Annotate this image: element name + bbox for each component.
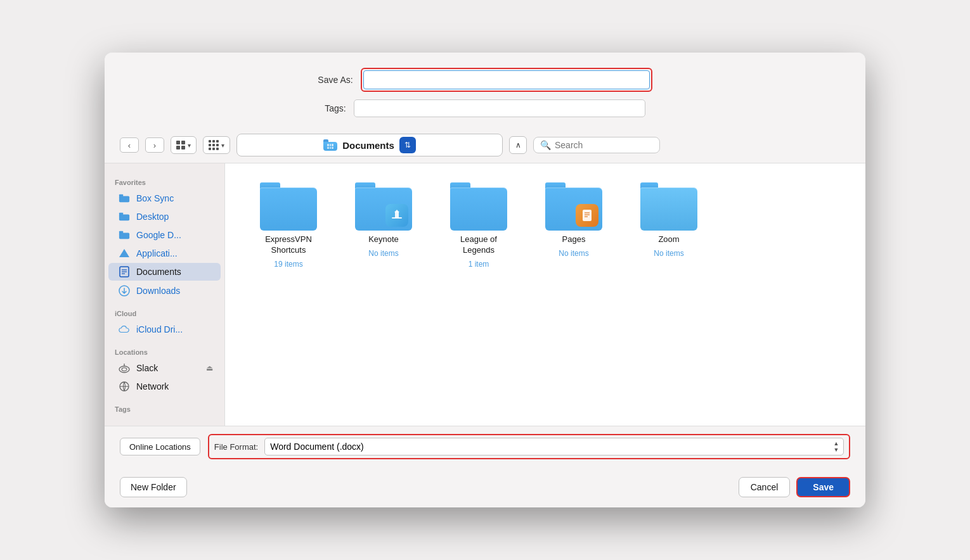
view-grid-chevron: ▾ xyxy=(188,142,191,149)
sidebar: Favorites Box Sync xyxy=(105,163,225,426)
file-format-wrap: File Format: Word Document (.docx) PDF P… xyxy=(208,434,850,459)
documents-icon xyxy=(119,267,130,277)
top-section: Save As: Tags: xyxy=(105,53,865,127)
svg-rect-18 xyxy=(395,212,399,218)
location-label: Documents xyxy=(342,140,394,151)
search-input[interactable] xyxy=(555,140,643,150)
list-icon xyxy=(209,140,219,150)
save-as-label: Save As: xyxy=(318,75,352,85)
sidebar-desktop-label: Desktop xyxy=(136,212,169,222)
zoom-folder-count: No items xyxy=(654,249,683,258)
downloads-icon xyxy=(119,286,130,296)
forward-button[interactable]: › xyxy=(145,137,164,153)
sidebar-downloads-label: Downloads xyxy=(136,286,180,296)
sidebar-item-box-sync[interactable]: Box Sync xyxy=(108,189,221,207)
tags-section-label: Tags xyxy=(105,400,224,416)
save-dialog: Save As: Tags: ‹ › ▾ ▾ xyxy=(105,53,865,507)
cancel-button[interactable]: Cancel xyxy=(739,477,791,497)
save-as-row: Save As: xyxy=(125,68,845,92)
sidebar-item-applications[interactable]: Applicati... xyxy=(108,245,221,262)
pages-badge xyxy=(576,204,598,227)
sidebar-item-google-drive[interactable]: Google D... xyxy=(108,226,221,244)
sidebar-network-label: Network xyxy=(136,381,169,391)
chevron-updown-icon: ⇅ xyxy=(404,141,411,150)
grid-icon xyxy=(176,141,185,150)
pages-folder-count: No items xyxy=(559,249,588,258)
main-area: Favorites Box Sync xyxy=(105,163,865,426)
svg-rect-20 xyxy=(583,210,592,221)
svg-rect-1 xyxy=(119,194,123,198)
svg-marker-19 xyxy=(394,210,399,212)
icloud-section-label: iCloud xyxy=(105,305,224,320)
save-button[interactable]: Save xyxy=(796,477,850,497)
pages-folder-name: Pages xyxy=(562,234,586,245)
online-locations-button[interactable]: Online Locations xyxy=(120,438,200,455)
favorites-section-label: Favorites xyxy=(105,174,224,189)
sidebar-icloud-drive-label: iCloud Dri... xyxy=(136,324,183,334)
pages-folder-icon xyxy=(545,182,602,231)
league-folder-name: League ofLegends xyxy=(460,234,497,256)
folder-league[interactable]: League ofLegends 1 item xyxy=(441,182,517,269)
box-sync-icon xyxy=(119,193,130,203)
keynote-folder-count: No items xyxy=(368,249,398,258)
eject-icon[interactable]: ⏏ xyxy=(206,364,213,372)
back-button[interactable]: ‹ xyxy=(120,137,139,153)
sidebar-item-icloud-drive[interactable]: iCloud Dri... xyxy=(108,321,221,338)
applications-icon xyxy=(119,248,130,258)
file-format-select-wrap: Word Document (.docx) PDF Plain Text (.t… xyxy=(264,438,844,455)
sidebar-applications-label: Applicati... xyxy=(136,248,178,258)
folder-zoom[interactable]: Zoom No items xyxy=(631,182,707,258)
location-chevron-btn[interactable]: ⇅ xyxy=(399,137,416,153)
location-folder-icon xyxy=(323,139,337,151)
folder-pages[interactable]: Pages No items xyxy=(536,182,612,258)
sidebar-item-downloads[interactable]: Downloads xyxy=(108,282,221,300)
zoom-folder-name: Zoom xyxy=(658,234,679,245)
svg-point-13 xyxy=(122,368,127,371)
sidebar-slack-label: Slack xyxy=(136,363,158,373)
icloud-icon xyxy=(119,324,130,334)
save-as-input-wrap xyxy=(361,68,652,92)
folder-expressvpn[interactable]: ExpressVPNShortcuts 19 items xyxy=(250,182,327,269)
new-folder-button[interactable]: New Folder xyxy=(120,477,187,497)
league-folder-icon xyxy=(450,182,507,231)
network-icon xyxy=(119,381,130,391)
file-format-select[interactable]: Word Document (.docx) PDF Plain Text (.t… xyxy=(264,438,844,455)
expand-button[interactable]: ∧ xyxy=(509,136,527,154)
svg-rect-3 xyxy=(119,213,123,216)
league-folder-count: 1 item xyxy=(469,260,489,269)
location-button[interactable]: Documents ⇅ xyxy=(236,134,503,156)
sidebar-item-desktop[interactable]: Desktop xyxy=(108,208,221,226)
expressvpn-folder-name: ExpressVPNShortcuts xyxy=(265,234,312,256)
right-actions: Cancel Save xyxy=(739,477,850,497)
keynote-folder-name: Keynote xyxy=(368,234,399,245)
svg-point-12 xyxy=(119,366,129,372)
desktop-icon xyxy=(119,212,130,222)
view-list-chevron: ▾ xyxy=(221,142,224,149)
zoom-folder-icon xyxy=(640,182,697,231)
save-as-input[interactable] xyxy=(363,70,650,89)
keynote-badge xyxy=(385,204,408,227)
content-area: ExpressVPNShortcuts 19 items xyxy=(225,163,865,426)
tags-input[interactable] xyxy=(354,99,645,117)
google-drive-icon xyxy=(119,230,130,240)
expressvpn-folder-icon xyxy=(260,182,317,231)
sidebar-item-network[interactable]: Network xyxy=(108,378,221,395)
action-buttons: New Folder Cancel Save xyxy=(105,467,865,507)
sidebar-google-drive-label: Google D... xyxy=(136,230,181,240)
sidebar-item-documents[interactable]: Documents xyxy=(108,263,221,281)
sidebar-item-slack[interactable]: Slack ⏏ xyxy=(108,359,221,377)
search-icon: 🔍 xyxy=(540,140,551,150)
view-grid-button[interactable]: ▾ xyxy=(171,136,197,154)
tags-label: Tags: xyxy=(325,103,346,113)
folder-keynote[interactable]: Keynote No items xyxy=(346,182,422,258)
expressvpn-folder-count: 19 items xyxy=(274,260,302,269)
svg-rect-5 xyxy=(119,231,123,234)
search-wrap: 🔍 xyxy=(533,137,660,153)
svg-marker-6 xyxy=(119,249,129,257)
bottom-bar: Online Locations File Format: Word Docum… xyxy=(105,426,865,467)
view-list-button[interactable]: ▾ xyxy=(203,136,230,154)
locations-section-label: Locations xyxy=(105,343,224,359)
sidebar-box-sync-label: Box Sync xyxy=(136,193,174,203)
tags-row: Tags: xyxy=(125,99,845,117)
expand-icon: ∧ xyxy=(515,141,521,150)
